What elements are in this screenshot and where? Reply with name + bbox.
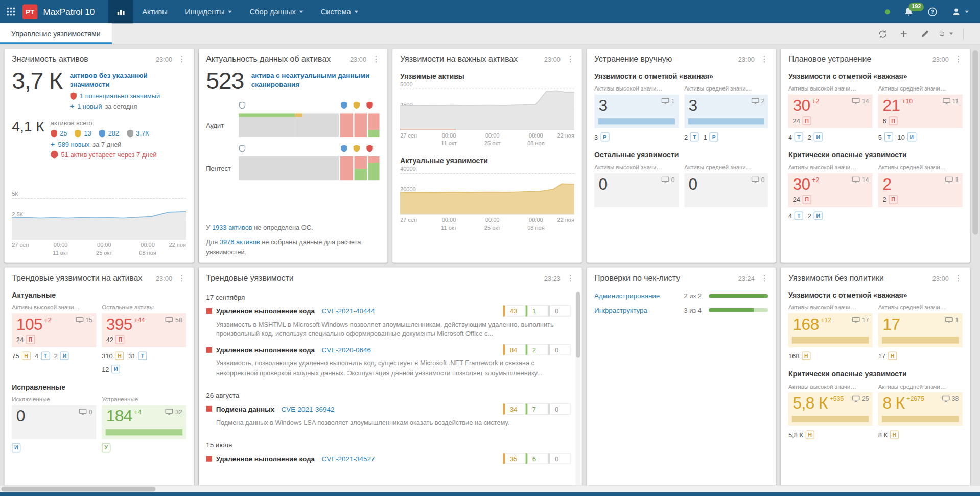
metric-value-box[interactable]: 21+10116П	[878, 95, 963, 128]
significance-count-link[interactable]: 25	[60, 129, 67, 137]
significance-count-link[interactable]: 282	[108, 129, 119, 137]
card-menu-button[interactable]: ⋮	[372, 55, 380, 63]
metric-value-box[interactable]: 395+445842П	[102, 313, 186, 347]
cve-link[interactable]: CVE-2021-34527	[321, 455, 375, 462]
metric-value-box[interactable]: 30+21424П	[788, 173, 873, 207]
vertical-scrollbar-thumb[interactable]	[972, 50, 978, 235]
vuln-status-count[interactable]: 6П	[882, 117, 897, 125]
big-value-label: активов без указанной значимости	[69, 71, 186, 89]
vuln-status-count[interactable]: И	[12, 443, 20, 452]
vuln-status-count[interactable]: 5Т	[878, 132, 893, 141]
card-scrollbar-thumb[interactable]	[576, 292, 580, 357]
vuln-status-count[interactable]: 42П	[106, 335, 125, 344]
tab-vulnerability-management[interactable]: Управление уязвимостями	[0, 23, 112, 44]
vuln-status-count[interactable]: 17Н	[878, 351, 897, 360]
metric-row: Активы высокой значимости30+21424П4Т2ИАк…	[788, 85, 963, 141]
new-week-link[interactable]: 589 новых	[58, 141, 89, 148]
metric-value-box[interactable]: 171	[878, 313, 963, 347]
vuln-status-count[interactable]: 310Н	[102, 351, 124, 360]
edit-dashboard-button[interactable]	[918, 27, 932, 41]
status-letter-badge: П	[803, 195, 811, 204]
vertical-scrollbar[interactable]	[972, 48, 978, 482]
vuln-status-count[interactable]: 4Т	[788, 132, 803, 141]
horizontal-scrollbar-thumb[interactable]	[1, 487, 155, 492]
metric-value-box[interactable]: 5,8 К+53525	[788, 392, 873, 426]
card-menu-button[interactable]: ⋮	[566, 55, 574, 63]
vuln-status-count[interactable]: 3Р	[594, 132, 609, 141]
vuln-status-count[interactable]: У	[102, 443, 110, 452]
vuln-status-count[interactable]: 5,8 КН	[788, 431, 814, 439]
metric-value-box[interactable]: 212П	[878, 173, 963, 207]
metric-value-box[interactable]: 31	[594, 95, 679, 128]
new-today-link[interactable]: 1 новый	[77, 102, 102, 110]
metric-value-box[interactable]: 00	[12, 405, 96, 439]
badge-count: 3	[594, 133, 598, 141]
vuln-status-count[interactable]: 24П	[793, 195, 811, 204]
checklist-progress-text: 3 из 4	[684, 306, 701, 314]
metric-value-box[interactable]: 00	[594, 173, 679, 207]
refresh-button[interactable]	[876, 27, 890, 41]
vuln-status-count[interactable]: 2И	[808, 211, 823, 220]
vuln-status-count[interactable]: 2И	[808, 132, 823, 141]
cve-link[interactable]: CVE-2021-40444	[321, 307, 375, 315]
vuln-status-count[interactable]: 2П	[882, 195, 897, 204]
metric-value-box[interactable]: 8 К+267538	[878, 392, 963, 426]
card-menu-button[interactable]: ⋮	[566, 274, 574, 282]
vuln-status-count[interactable]: 31Т	[128, 351, 147, 360]
potentially-significant-link[interactable]: 1 потенциально значимый	[80, 92, 160, 100]
horizontal-scrollbar[interactable]	[0, 485, 980, 492]
nav-data-collection[interactable]: Сбор данных	[241, 0, 312, 23]
status-letter-badge: Н	[802, 351, 810, 360]
card-menu-button[interactable]: ⋮	[954, 274, 963, 282]
app-title: MaxPatrol 10	[43, 7, 95, 17]
metric-value-box[interactable]: 105+21524П	[12, 313, 96, 347]
vuln-status-count[interactable]: 8 КН	[878, 431, 899, 439]
assets-count-link[interactable]: 1933 активов	[212, 223, 252, 231]
vuln-status-count[interactable]: 75Н	[12, 351, 30, 360]
significance-count-link[interactable]: 3,7К	[136, 129, 149, 137]
no-scan-data-note: Для 3976 активов не собраны данные для р…	[206, 237, 380, 256]
nav-incidents[interactable]: Инциденты	[176, 0, 241, 23]
help-button[interactable]: ?	[927, 7, 938, 17]
card-menu-button[interactable]: ⋮	[760, 274, 768, 282]
cve-link[interactable]: CVE-2021-36942	[281, 405, 334, 413]
card-refresh-time: 23:00	[932, 55, 949, 63]
assets-count-link[interactable]: 3976 активов	[220, 238, 260, 246]
vuln-status-count[interactable]: 2И	[54, 351, 69, 360]
pt-logo[interactable]: PT	[22, 4, 37, 19]
vuln-status-count[interactable]: 168Н	[788, 351, 810, 360]
metric-block: Активы высокой значимости30+21424П4Т2И	[788, 85, 873, 141]
metric-value-box[interactable]: 184+432	[102, 405, 186, 439]
cve-link[interactable]: CVE-2020-0646	[321, 346, 370, 354]
card-menu-button[interactable]: ⋮	[178, 55, 186, 63]
nav-system[interactable]: Система	[312, 0, 367, 23]
card-menu-button[interactable]: ⋮	[954, 55, 963, 63]
nav-assets[interactable]: Активы	[133, 0, 176, 23]
metric-value-box[interactable]: 00	[684, 173, 768, 207]
notifications-button[interactable]: 192	[904, 7, 914, 17]
user-menu-button[interactable]	[951, 7, 969, 17]
checklist-link[interactable]: Администрирование	[594, 292, 684, 300]
significance-count-link[interactable]: 13	[84, 129, 91, 137]
badge-count: 4	[788, 212, 792, 220]
vuln-status-count[interactable]: 4Т	[788, 211, 803, 220]
vuln-status-count[interactable]: 2Т	[684, 132, 699, 141]
vuln-status-count[interactable]: 24П	[16, 335, 35, 344]
nav-dashboards-active[interactable]	[108, 0, 133, 23]
vuln-status-count[interactable]: 1Р	[704, 132, 718, 141]
apps-menu-button[interactable]	[0, 0, 21, 23]
metric-value-box[interactable]: 32	[684, 95, 768, 128]
card-scrollbar[interactable]	[575, 291, 580, 485]
metric-value-box[interactable]: 168+1217	[788, 313, 873, 347]
metric-value-box[interactable]: 30+21424П	[788, 95, 873, 128]
card-menu-button[interactable]: ⋮	[760, 55, 768, 63]
card-menu-button[interactable]: ⋮	[178, 274, 186, 282]
vuln-status-count[interactable]: 24П	[793, 117, 811, 125]
add-widget-button[interactable]	[897, 27, 911, 41]
vuln-status-count[interactable]: 12И	[102, 365, 120, 373]
checklist-link[interactable]: Инфраструктура	[594, 306, 684, 314]
vuln-status-count[interactable]: 4Т	[35, 351, 50, 360]
vulnerability-description: Уязвимость в MSHTML в Microsoft Windows …	[216, 320, 571, 339]
save-dashboard-button[interactable]	[939, 27, 953, 41]
vuln-status-count[interactable]: 10И	[898, 132, 916, 141]
